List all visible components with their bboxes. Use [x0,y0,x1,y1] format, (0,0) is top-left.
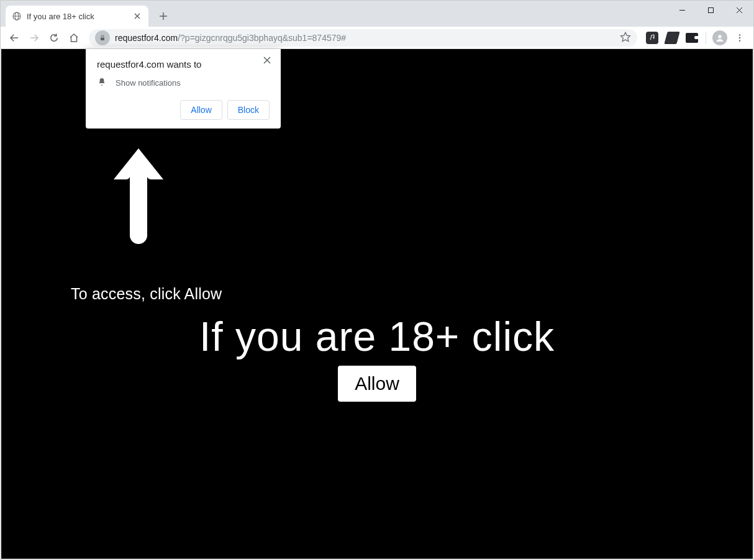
reload-button[interactable] [45,29,63,47]
bookmark-star-icon[interactable] [620,31,631,44]
avatar-icon [712,30,727,45]
parallelogram-icon [664,32,679,44]
profile-button[interactable] [711,29,729,47]
dialog-permission-text: Show notifications [116,78,181,88]
svg-point-5 [718,35,721,38]
tab-title: If you are 18+ click [27,12,94,21]
access-hint-text: To access, click Allow [71,285,222,303]
bell-icon [97,77,107,89]
svg-point-7 [739,37,740,38]
extension-wallet-icon[interactable] [683,29,701,47]
svg-point-6 [739,34,740,35]
arrow-up-icon [107,142,170,250]
dialog-allow-button[interactable]: Allow [180,100,222,120]
browser-tabstrip: If you are 18+ click [1,1,753,27]
url-path: /?p=gizgcnrqgu5gi3bphayq&sub1=874579# [178,33,346,43]
window-minimize-button[interactable] [668,1,696,19]
active-tab[interactable]: If you are 18+ click [6,6,148,27]
notification-permission-dialog: requestfor4.com wants to Show notificati… [86,49,281,129]
window-close-button[interactable] [725,1,753,19]
window-controls [668,1,753,19]
page-allow-button[interactable]: Allow [338,366,416,402]
headline-text: If you are 18+ click [1,313,753,360]
home-button[interactable] [65,29,83,47]
extension-music-icon[interactable] [643,29,661,47]
window-maximize-button[interactable] [696,1,725,19]
back-button[interactable] [6,29,23,47]
tab-close-button[interactable] [132,11,142,21]
wallet-icon [686,33,698,43]
url-text: requestfor4.com/?p=gizgcnrqgu5gi3bphayq&… [115,33,615,43]
menu-button[interactable] [731,29,748,47]
extension-media-icon[interactable] [663,29,681,47]
music-note-icon [646,32,658,44]
forward-button[interactable] [25,29,43,47]
dialog-title: requestfor4.com wants to [97,59,270,70]
site-info-button[interactable] [95,30,110,45]
toolbar-divider [706,32,706,44]
svg-point-8 [739,40,740,41]
dialog-close-button[interactable] [261,54,273,66]
browser-toolbar: requestfor4.com/?p=gizgcnrqgu5gi3bphayq&… [1,27,753,49]
dialog-block-button[interactable]: Block [227,100,270,120]
new-tab-button[interactable] [155,7,172,25]
svg-rect-4 [101,37,104,40]
globe-icon [12,11,22,21]
svg-rect-3 [708,7,713,12]
address-bar[interactable]: requestfor4.com/?p=gizgcnrqgu5gi3bphayq&… [89,29,637,47]
url-host: requestfor4.com [115,33,178,43]
